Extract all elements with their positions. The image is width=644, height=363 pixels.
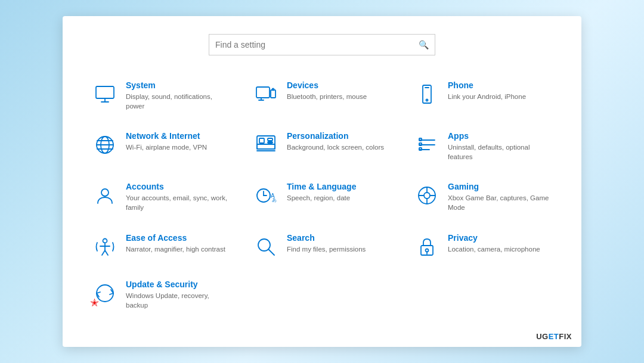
svg-rect-0 bbox=[96, 86, 114, 98]
ugetfix-accent: ET bbox=[549, 332, 559, 341]
apps-icon bbox=[414, 132, 439, 157]
svg-rect-17 bbox=[257, 144, 275, 149]
svg-line-42 bbox=[268, 249, 274, 255]
svg-rect-20 bbox=[268, 138, 273, 141]
accounts-title: Accounts bbox=[126, 182, 230, 191]
settings-item-privacy[interactable]: Privacy Location, camera, microphone bbox=[408, 226, 558, 266]
devices-desc: Bluetooth, printers, mouse bbox=[287, 92, 367, 101]
svg-point-40 bbox=[103, 238, 107, 243]
svg-rect-4 bbox=[271, 90, 275, 98]
network-desc: Wi-Fi, airplane mode, VPN bbox=[126, 142, 207, 152]
settings-item-apps[interactable]: Apps Uninstall, defaults, optional featu… bbox=[408, 124, 558, 169]
time-icon: A あ bbox=[253, 183, 278, 208]
personalization-desc: Background, lock screen, colors bbox=[287, 142, 384, 152]
system-desc: Display, sound, notifications, power bbox=[126, 92, 230, 111]
svg-rect-27 bbox=[419, 148, 422, 150]
phone-desc: Link your Android, iPhone bbox=[448, 92, 526, 101]
settings-item-system[interactable]: System Display, sound, notifications, po… bbox=[86, 73, 236, 118]
search-title: Search bbox=[287, 233, 366, 243]
svg-rect-21 bbox=[268, 142, 273, 143]
update-icon: ✭ bbox=[92, 281, 117, 306]
gaming-desc: Xbox Game Bar, captures, Game Mode bbox=[448, 193, 552, 212]
system-icon bbox=[92, 82, 117, 107]
privacy-desc: Location, camera, microphone bbox=[448, 244, 540, 254]
privacy-icon bbox=[414, 234, 439, 259]
settings-item-update[interactable]: ✭ Update & Security Windows Update, reco… bbox=[86, 272, 236, 317]
settings-item-accounts[interactable]: Accounts Your accounts, email, sync, wor… bbox=[86, 175, 236, 219]
accounts-icon bbox=[92, 183, 117, 208]
personalization-title: Personalization bbox=[287, 131, 384, 141]
network-icon bbox=[92, 132, 117, 157]
ease-icon bbox=[92, 234, 117, 259]
settings-grid: System Display, sound, notifications, po… bbox=[86, 73, 558, 317]
settings-item-time[interactable]: A あ Time & Language Speech, region, date bbox=[247, 175, 397, 219]
svg-point-35 bbox=[424, 193, 430, 198]
settings-item-personalization[interactable]: Personalization Background, lock screen,… bbox=[247, 124, 397, 169]
ease-title: Ease of Access bbox=[126, 233, 225, 243]
gaming-icon bbox=[414, 183, 439, 208]
devices-icon bbox=[253, 82, 278, 107]
search-icon: 🔍 bbox=[419, 40, 429, 49]
phone-title: Phone bbox=[448, 80, 526, 90]
settings-item-gaming[interactable]: Gaming Xbox Game Bar, captures, Game Mod… bbox=[408, 175, 558, 219]
svg-text:あ: あ bbox=[272, 197, 277, 203]
settings-item-devices[interactable]: Devices Bluetooth, printers, mouse bbox=[247, 73, 397, 118]
search-bar[interactable]: 🔍 bbox=[209, 34, 435, 55]
settings-item-ease[interactable]: Ease of Access Narrator, magnifier, high… bbox=[86, 226, 236, 266]
search-input[interactable] bbox=[215, 40, 419, 49]
svg-point-7 bbox=[273, 89, 274, 91]
apps-title: Apps bbox=[448, 131, 552, 141]
update-title: Update & Security bbox=[126, 280, 230, 289]
settings-item-network[interactable]: Network & Internet Wi-Fi, airplane mode,… bbox=[86, 124, 236, 169]
time-title: Time & Language bbox=[287, 182, 356, 191]
time-desc: Speech, region, date bbox=[287, 193, 356, 203]
gaming-title: Gaming bbox=[448, 182, 552, 191]
star-badge: ✭ bbox=[90, 297, 99, 308]
apps-desc: Uninstall, defaults, optional features bbox=[448, 142, 552, 162]
svg-point-28 bbox=[101, 189, 109, 196]
devices-title: Devices bbox=[287, 80, 367, 90]
settings-item-phone[interactable]: Phone Link your Android, iPhone bbox=[408, 73, 558, 118]
search-settings-icon bbox=[253, 234, 278, 259]
svg-rect-3 bbox=[256, 87, 270, 98]
svg-rect-19 bbox=[259, 138, 264, 143]
settings-window: 🔍 System Display, sound, notifications, … bbox=[63, 16, 581, 347]
network-title: Network & Internet bbox=[126, 131, 207, 141]
ease-desc: Narrator, magnifier, high contrast bbox=[126, 244, 225, 254]
system-title: System bbox=[126, 80, 230, 90]
update-desc: Windows Update, recovery, backup bbox=[126, 291, 230, 310]
accounts-desc: Your accounts, email, sync, work, family bbox=[126, 193, 230, 212]
svg-rect-25 bbox=[419, 138, 422, 141]
phone-icon bbox=[414, 82, 439, 107]
search-desc: Find my files, permissions bbox=[287, 244, 366, 254]
personalization-icon bbox=[253, 132, 278, 157]
svg-point-10 bbox=[426, 100, 428, 101]
settings-item-search[interactable]: Search Find my files, permissions bbox=[247, 226, 397, 266]
ugetfix-logo: UGETFIX bbox=[536, 332, 572, 341]
svg-rect-26 bbox=[419, 143, 422, 145]
privacy-title: Privacy bbox=[448, 233, 540, 243]
